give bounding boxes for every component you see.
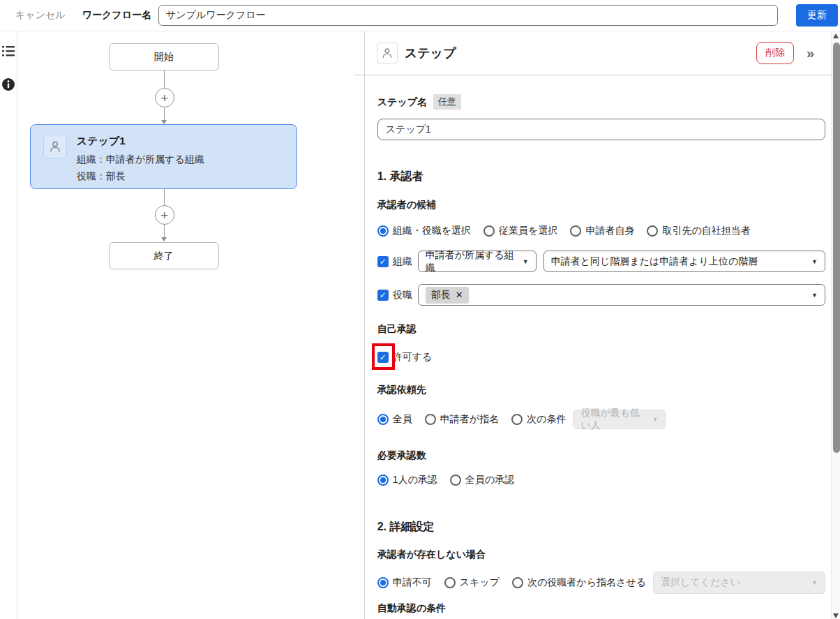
radio-option-all-approvals[interactable]: 全員の承認 bbox=[450, 474, 514, 486]
scrollbar-thumb[interactable] bbox=[833, 43, 840, 453]
radio-checked-icon bbox=[377, 225, 389, 237]
radio-option-next-condition[interactable]: 次の条件 bbox=[511, 413, 566, 426]
radio-option-applicant-self[interactable]: 申請者自身 bbox=[570, 225, 634, 237]
auto-approval-conditions-label: 自動承認の条件 bbox=[377, 602, 825, 615]
radio-icon bbox=[512, 577, 523, 588]
delete-button[interactable]: 削除 bbox=[756, 42, 794, 64]
role-checkbox[interactable]: 役職 bbox=[377, 289, 412, 301]
workflow-name-label: ワークフロー名 bbox=[82, 9, 151, 22]
panel-title: ステップ bbox=[405, 45, 456, 61]
chevron-down-icon: ▼ bbox=[523, 258, 529, 265]
chevron-down-icon: ▼ bbox=[811, 258, 818, 265]
step-name-label: ステップ名 bbox=[377, 96, 427, 107]
role-picker-select-disabled: 選択してください ▼ bbox=[653, 572, 825, 594]
section-2-heading: 2. 詳細設定 bbox=[377, 520, 825, 535]
checkbox-checked-icon bbox=[377, 352, 389, 363]
radio-option-cannot-apply[interactable]: 申請不可 bbox=[377, 576, 432, 589]
required-approvals-radio-group: 1人の承認 全員の承認 bbox=[377, 474, 825, 486]
scroll-down-icon[interactable] bbox=[833, 613, 839, 618]
update-button[interactable]: 更新 bbox=[796, 4, 838, 27]
radio-icon bbox=[647, 225, 658, 237]
self-approval-row: 許可する bbox=[377, 351, 825, 364]
step-settings-panel: ステップ 削除 » ステップ名任意 1. 承認者 承認者の候補 組織・役職を選択 bbox=[354, 31, 840, 619]
step-node-role: 役職：部長 bbox=[77, 167, 204, 184]
panel-header: ステップ 削除 » bbox=[354, 31, 831, 75]
start-node-label: 開始 bbox=[154, 51, 174, 64]
radio-option-one-approval[interactable]: 1人の承認 bbox=[377, 474, 437, 486]
scroll-up-icon[interactable] bbox=[833, 33, 839, 38]
radio-option-org-role[interactable]: 組織・役職を選択 bbox=[377, 225, 471, 237]
approval-request-to-label: 承認依頼先 bbox=[377, 384, 825, 396]
checkbox-checked-icon bbox=[377, 256, 389, 267]
step-node-org: 組織：申請者が所属する組織 bbox=[77, 151, 204, 167]
radio-icon bbox=[483, 225, 495, 237]
radio-icon bbox=[444, 577, 456, 588]
radio-option-skip[interactable]: スキップ bbox=[444, 576, 500, 589]
radio-checked-icon bbox=[377, 414, 389, 425]
role-row: 役職 部長 ✕ ▼ bbox=[377, 284, 825, 306]
hierarchy-select[interactable]: 申請者と同じ階層または申請者より上位の階層 ▼ bbox=[543, 251, 825, 272]
chevron-down-icon: ▼ bbox=[811, 292, 818, 299]
workflow-canvas: 開始 + ステップ1 組織：申請者が所属する組織 役職：部長 + bbox=[17, 31, 354, 619]
allow-self-approval-checkbox[interactable]: 許可する bbox=[377, 351, 433, 364]
panel-body: ステップ名任意 1. 承認者 承認者の候補 組織・役職を選択 従業員を選択 申請… bbox=[354, 94, 831, 619]
arrowhead-icon bbox=[161, 237, 167, 241]
approver-candidates-radio-group: 組織・役職を選択 従業員を選択 申請者自身 取引先の自社担当者 bbox=[377, 225, 825, 237]
info-icon[interactable] bbox=[1, 77, 15, 91]
checkbox-checked-icon bbox=[377, 290, 389, 301]
step-name-input[interactable] bbox=[377, 119, 825, 140]
radio-checked-icon bbox=[377, 475, 389, 486]
person-icon bbox=[380, 46, 394, 60]
approval-request-to-radio-group: 全員 申請者が指名 次の条件 役職が最も低い人 ▼ bbox=[377, 410, 825, 429]
person-icon bbox=[47, 139, 63, 154]
vertical-scrollbar[interactable] bbox=[831, 31, 840, 619]
topbar: キャンセル ワークフロー名 更新 bbox=[0, 0, 840, 31]
cancel-button[interactable]: キャンセル bbox=[15, 9, 66, 22]
optional-badge: 任意 bbox=[433, 94, 461, 110]
section-1-heading: 1. 承認者 bbox=[377, 170, 825, 184]
start-node[interactable]: 開始 bbox=[109, 43, 219, 70]
organization-select[interactable]: 申請者が所属する組織 ▼ bbox=[418, 251, 537, 272]
list-icon[interactable] bbox=[1, 44, 15, 58]
radio-icon bbox=[425, 414, 436, 425]
plus-icon: + bbox=[160, 91, 168, 105]
left-icon-rail bbox=[0, 31, 17, 619]
radio-option-applicant-designates[interactable]: 申請者が指名 bbox=[425, 413, 499, 426]
add-step-button-2[interactable]: + bbox=[155, 205, 174, 225]
radio-icon bbox=[450, 475, 461, 486]
organization-checkbox[interactable]: 組織 bbox=[377, 255, 412, 268]
required-approvals-label: 必要承認数 bbox=[377, 449, 825, 462]
workflow-name-input[interactable] bbox=[158, 5, 778, 26]
role-multiselect[interactable]: 部長 ✕ ▼ bbox=[418, 284, 825, 306]
collapse-panel-icon[interactable]: » bbox=[807, 45, 814, 61]
radio-option-everyone[interactable]: 全員 bbox=[377, 413, 412, 426]
person-icon-box bbox=[43, 135, 67, 158]
step-node-title: ステップ1 bbox=[77, 135, 204, 148]
self-approval-label: 自己承認 bbox=[377, 323, 825, 336]
end-node[interactable]: 終了 bbox=[109, 242, 219, 269]
radio-icon bbox=[511, 414, 523, 425]
chevron-down-icon: ▼ bbox=[652, 416, 658, 423]
panel-divider bbox=[364, 31, 365, 619]
chevron-down-icon: ▼ bbox=[811, 579, 818, 586]
organization-row: 組織 申請者が所属する組織 ▼ 申請者と同じ階層または申請者より上位の階層 ▼ bbox=[377, 251, 825, 272]
approver-candidates-label: 承認者の候補 bbox=[377, 199, 825, 211]
role-chip: 部長 ✕ bbox=[426, 287, 469, 304]
end-node-label: 終了 bbox=[154, 250, 174, 262]
main-area: 開始 + ステップ1 組織：申請者が所属する組織 役職：部長 + bbox=[0, 31, 840, 619]
step1-node-selected[interactable]: ステップ1 組織：申請者が所属する組織 役職：部長 bbox=[30, 124, 297, 189]
edge-line bbox=[164, 107, 165, 120]
radio-option-employee[interactable]: 従業員を選択 bbox=[483, 225, 557, 237]
no-approver-label: 承認者が存在しない場合 bbox=[377, 549, 825, 561]
add-step-button-1[interactable]: + bbox=[155, 88, 174, 107]
person-icon-box bbox=[377, 43, 398, 64]
radio-checked-icon bbox=[377, 577, 389, 588]
step-name-label-row: ステップ名任意 bbox=[377, 94, 825, 110]
radio-icon bbox=[570, 225, 581, 237]
radio-option-partner-rep[interactable]: 取引先の自社担当者 bbox=[647, 225, 750, 237]
radio-option-designate-from-next-role[interactable]: 次の役職者から指名させる bbox=[512, 576, 646, 589]
edge-line bbox=[164, 189, 165, 205]
chip-remove-icon[interactable]: ✕ bbox=[456, 290, 463, 300]
edge-line bbox=[164, 225, 165, 237]
no-approver-radio-group: 申請不可 スキップ 次の役職者から指名させる 選択してください ▼ bbox=[377, 572, 825, 594]
